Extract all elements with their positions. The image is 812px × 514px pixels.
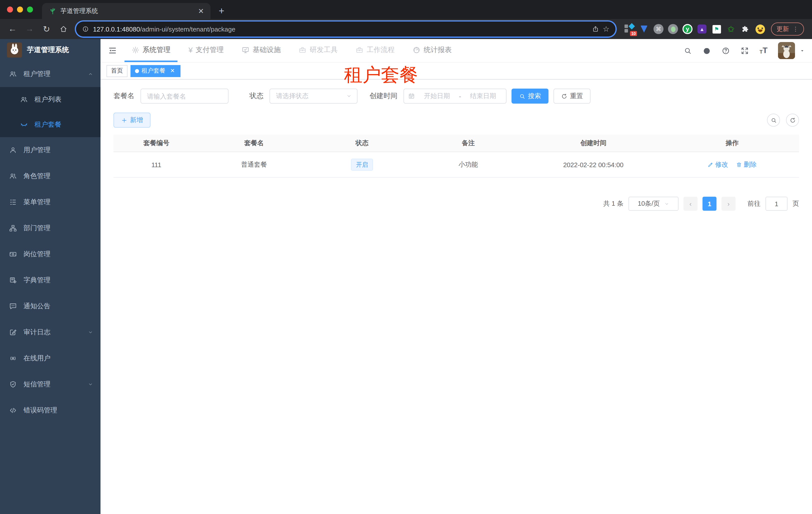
- prev-page-button[interactable]: ‹: [684, 197, 697, 211]
- current-page[interactable]: 1: [702, 197, 717, 211]
- active-dot: [135, 69, 139, 73]
- user-icon: [9, 146, 17, 154]
- chevron-down-icon: [87, 329, 93, 335]
- end-date-placeholder: 结束日期: [464, 91, 502, 101]
- status-badge[interactable]: 开启: [351, 159, 373, 171]
- user-avatar[interactable]: [778, 42, 795, 59]
- edit-square-icon: [9, 328, 17, 336]
- font-size-icon[interactable]: TT: [759, 47, 767, 55]
- cell-package-name: 普通套餐: [199, 152, 309, 178]
- extensions-puzzle-icon[interactable]: [741, 24, 751, 34]
- sidebar-item-online-users[interactable]: 在线用户: [0, 345, 100, 371]
- table-header-row: 套餐编号 套餐名 状态 备注 创建时间 操作: [114, 135, 799, 152]
- chevron-down-icon: [346, 93, 352, 99]
- minimize-window-button[interactable]: [17, 6, 23, 12]
- sidebar-item-dept-management[interactable]: 部门管理: [0, 215, 100, 241]
- sidebar-menu: 租户管理 租户列表 租户套餐 用户管理: [0, 61, 100, 514]
- sidebar-item-notice[interactable]: 通知公告: [0, 293, 100, 319]
- extension-record-icon[interactable]: [668, 24, 678, 34]
- extensions-area: 10 ⌘ y ▲ ⚑ ✩: [620, 24, 769, 34]
- tag-home[interactable]: 首页: [107, 65, 127, 77]
- reload-button[interactable]: ↻: [39, 22, 54, 36]
- next-page-button[interactable]: ›: [722, 197, 735, 211]
- top-nav-infrastructure[interactable]: 基础设施: [235, 39, 288, 62]
- top-nav-system[interactable]: 系统管理: [124, 39, 177, 62]
- browser-update-button[interactable]: 更新 ⋮: [771, 23, 804, 35]
- chevron-down-icon: [664, 201, 669, 207]
- sidebar-item-role-management[interactable]: 角色管理: [0, 163, 100, 189]
- back-button[interactable]: ←: [5, 22, 20, 36]
- sidebar-item-menu-management[interactable]: 菜单管理: [0, 189, 100, 215]
- users-icon: [9, 172, 17, 180]
- extension-y-icon[interactable]: y: [683, 24, 693, 34]
- home-button[interactable]: [56, 22, 71, 36]
- top-nav-workflow[interactable]: 工作流程: [349, 39, 402, 62]
- extension-gem-icon[interactable]: [639, 24, 649, 34]
- status-select[interactable]: 请选择状态: [269, 88, 357, 104]
- start-date-placeholder: 开始日期: [418, 91, 456, 101]
- address-bar[interactable]: 127.0.0.1:48080/admin-ui/system/tenant/p…: [76, 22, 615, 36]
- new-tab-button[interactable]: +: [214, 4, 229, 18]
- browser-tab-strip: 芋道管理系统 ✕ +: [0, 0, 812, 19]
- tag-tenant-package[interactable]: 租户套餐 ✕: [130, 65, 180, 77]
- page-unit-label: 页: [792, 199, 799, 208]
- browser-tab[interactable]: 芋道管理系统 ✕: [42, 3, 210, 19]
- package-name-input[interactable]: [141, 88, 229, 104]
- sidebar-item-tenant-list[interactable]: 租户列表: [0, 87, 100, 112]
- gear-icon: [132, 46, 140, 54]
- top-nav-payment[interactable]: ¥ 支付管理: [181, 39, 231, 62]
- github-icon[interactable]: [702, 46, 711, 55]
- date-range-picker[interactable]: 开始日期 - 结束日期: [404, 88, 506, 104]
- top-nav: 系统管理 ¥ 支付管理 基础设施 研发工具: [124, 39, 459, 62]
- close-window-button[interactable]: [7, 6, 13, 12]
- sidebar-item-tenant-management[interactable]: 租户管理: [0, 61, 100, 87]
- tab-close-icon[interactable]: ✕: [197, 6, 205, 16]
- bookmark-star-icon[interactable]: ☆: [603, 25, 609, 33]
- app-title: 芋道管理系统: [27, 46, 69, 55]
- logo-avatar: [7, 43, 22, 58]
- url-path: /admin-ui/system/tenant/package: [140, 25, 235, 33]
- reset-button[interactable]: 重置: [553, 88, 590, 104]
- sidebar-item-audit-log[interactable]: 审计日志: [0, 319, 100, 345]
- tag-close-icon[interactable]: ✕: [169, 67, 176, 74]
- gauge-icon: [413, 46, 421, 54]
- add-button[interactable]: 新增: [114, 113, 150, 128]
- delete-link[interactable]: 删除: [736, 160, 757, 169]
- search-icon[interactable]: [684, 46, 692, 55]
- extension-shield-icon[interactable]: ▲: [697, 24, 707, 34]
- help-icon[interactable]: [722, 46, 730, 55]
- goto-page-input[interactable]: [765, 197, 787, 211]
- zoom-window-button[interactable]: [27, 6, 33, 12]
- browser-menu-icon[interactable]: ⋮: [792, 26, 799, 32]
- extension-flag-icon[interactable]: ⚑: [712, 24, 722, 34]
- page-content: 套餐名 状态 请选择状态 创建时间 开始日期 - 结束日期: [100, 80, 812, 514]
- sidebar-item-tenant-package[interactable]: 租户套餐: [0, 112, 100, 137]
- extension-tabs-icon[interactable]: 10: [625, 24, 635, 34]
- show-search-button[interactable]: [767, 114, 780, 127]
- sidebar-logo[interactable]: 芋道管理系统: [0, 39, 100, 61]
- sidebar-item-dict-management[interactable]: 字典管理: [0, 267, 100, 293]
- refresh-table-button[interactable]: [786, 114, 799, 127]
- share-icon[interactable]: [592, 26, 599, 32]
- extension-star-icon[interactable]: ✩: [726, 24, 736, 34]
- site-info-icon[interactable]: [82, 26, 89, 32]
- caret-down-icon[interactable]: [800, 48, 805, 53]
- sidebar-fold-button[interactable]: [100, 39, 124, 62]
- sidebar-item-post-management[interactable]: 岗位管理: [0, 241, 100, 267]
- fullscreen-icon[interactable]: [741, 46, 749, 55]
- search-button[interactable]: 搜索: [512, 88, 549, 104]
- calendar-icon: [408, 92, 415, 100]
- top-nav-dev-tools[interactable]: 研发工具: [292, 39, 345, 62]
- col-created: 创建时间: [521, 135, 665, 152]
- page-size-select[interactable]: 10条/页: [629, 197, 678, 211]
- edit-link[interactable]: 修改: [708, 160, 728, 169]
- extension-command-icon[interactable]: ⌘: [654, 24, 664, 34]
- name-label: 套餐名: [114, 91, 135, 101]
- profile-avatar-icon[interactable]: [755, 24, 765, 34]
- header-actions: TT: [684, 39, 812, 62]
- sidebar-item-sms-management[interactable]: 短信管理: [0, 371, 100, 397]
- sidebar-item-error-code[interactable]: 错误码管理: [0, 397, 100, 424]
- top-nav-reports[interactable]: 统计报表: [406, 39, 459, 62]
- forward-button[interactable]: →: [22, 22, 37, 36]
- sidebar-item-user-management[interactable]: 用户管理: [0, 137, 100, 163]
